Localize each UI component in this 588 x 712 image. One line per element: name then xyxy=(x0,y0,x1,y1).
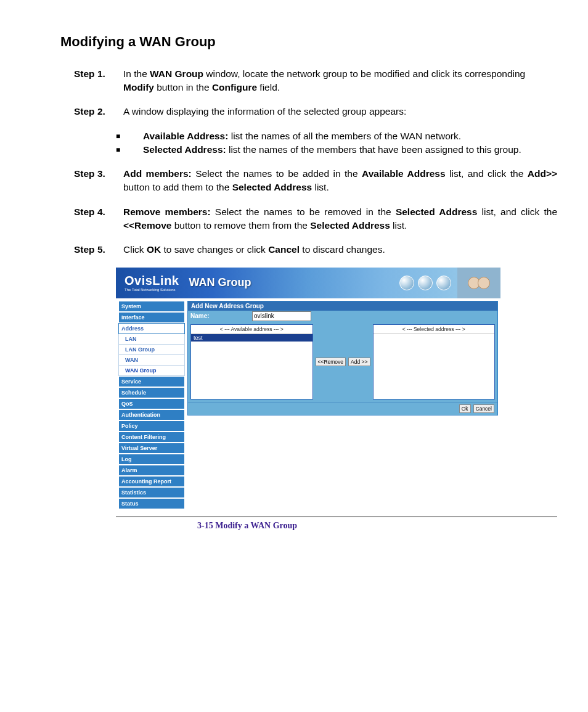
step-3: Step 3. Add members: Select the names to… xyxy=(74,167,557,194)
text-bold: Modify xyxy=(123,82,154,92)
globe-icon xyxy=(436,276,451,290)
add-button[interactable]: Add >> xyxy=(348,358,370,366)
bullet-1-text: Available Address: list the names of all… xyxy=(143,129,557,143)
page-title: Modifying a WAN Group xyxy=(60,34,557,50)
sidebar-item-interface[interactable]: Interface xyxy=(118,312,185,323)
step-1-label: Step 1. xyxy=(74,67,123,94)
text-bold: Add members: xyxy=(123,168,192,179)
step-5-body: Click OK to save changes or click Cancel… xyxy=(123,243,557,256)
app-window: OvisLink The Total Networking Solutions … xyxy=(116,268,500,512)
sidebar-sub-lan-group[interactable]: LAN Group xyxy=(118,345,185,355)
globe-icon xyxy=(399,276,414,290)
sidebar-item-address[interactable]: Address xyxy=(118,323,185,334)
sidebar-item-policy[interactable]: Policy xyxy=(118,420,185,432)
sidebar-item-log[interactable]: Log xyxy=(118,454,185,465)
text-bold: Add>> xyxy=(528,168,557,179)
step-2-label: Step 2. xyxy=(74,105,123,118)
brand-tagline: The Total Networking Solutions xyxy=(125,288,179,292)
text-bold: WAN Group xyxy=(150,68,203,79)
step-3-body: Add members: Select the names to be adde… xyxy=(123,167,557,194)
sidebar-item-statistics[interactable]: Statistics xyxy=(118,487,185,498)
remove-button[interactable]: <<Remove xyxy=(316,358,346,366)
square-bullet-icon: ■ xyxy=(116,129,143,143)
figure-rule xyxy=(116,517,557,517)
text: list the names of all the members of the… xyxy=(228,131,461,141)
banner-title: WAN Group xyxy=(189,276,251,289)
available-address-list[interactable]: < --- Available address --- > test xyxy=(190,324,313,399)
text-bold: Remove members: xyxy=(123,207,211,217)
text: Select the names to be added in the xyxy=(192,168,362,179)
name-row: Name: xyxy=(188,311,497,322)
text-bold: Selected Address xyxy=(310,220,390,231)
content-pane: Add New Address Group Name: < --- Availa… xyxy=(187,298,500,512)
text-bold: OK xyxy=(147,244,161,255)
sidebar-item-service[interactable]: Service xyxy=(118,376,185,387)
text: field. xyxy=(257,82,280,92)
brand-name: OvisLink xyxy=(125,274,179,288)
sidebar-item-accounting-report[interactable]: Accounting Report xyxy=(118,476,185,487)
selected-address-list[interactable]: < --- Selected address --- > xyxy=(373,324,496,399)
text-bold: <<Remove xyxy=(123,220,171,231)
sidebar-item-authentication[interactable]: Authentication xyxy=(118,409,185,420)
square-bullet-icon: ■ xyxy=(116,143,143,157)
text: Select the names to be removed in the xyxy=(211,207,396,217)
name-input[interactable] xyxy=(252,311,311,321)
step-4: Step 4. Remove members: Select the names… xyxy=(74,205,557,232)
available-list-header: < --- Available address --- > xyxy=(191,325,312,334)
dual-list: < --- Available address --- > test <<Rem… xyxy=(188,322,497,402)
person-icon xyxy=(478,277,490,289)
bullet-2: ■ Selected Address: list the names of th… xyxy=(116,143,557,157)
sidebar-item-system[interactable]: System xyxy=(118,301,185,312)
transfer-buttons: <<Remove Add >> xyxy=(316,358,370,366)
step-5: Step 5. Click OK to save changes or clic… xyxy=(74,243,557,256)
selected-list-header: < --- Selected address --- > xyxy=(374,325,495,334)
figure: OvisLink The Total Networking Solutions … xyxy=(116,268,557,531)
panel-footer: Ok Cancel xyxy=(188,402,497,415)
globe-icon xyxy=(418,276,433,290)
step-2: Step 2. A window displaying the informat… xyxy=(74,105,557,118)
text-bold: Selected Address xyxy=(232,182,312,192)
sidebar-item-content-filtering[interactable]: Content Filtering xyxy=(118,432,185,443)
figure-caption: 3-15 Modify a WAN Group xyxy=(197,521,557,531)
step-5-label: Step 5. xyxy=(74,243,123,256)
sidebar: System Interface Address LAN LAN Group W… xyxy=(116,298,187,512)
brand-logo: OvisLink The Total Networking Solutions xyxy=(116,274,179,292)
bullet-list: ■ Available Address: list the names of a… xyxy=(116,129,557,156)
sidebar-item-virtual-server[interactable]: Virtual Server xyxy=(118,443,185,454)
sidebar-item-schedule[interactable]: Schedule xyxy=(118,387,185,398)
text: list. xyxy=(390,220,407,231)
globe-icons xyxy=(399,276,457,290)
sidebar-item-status[interactable]: Status xyxy=(118,498,185,509)
text: list the names of the members that have … xyxy=(226,144,521,155)
text-bold: Cancel xyxy=(268,244,300,255)
app-banner: OvisLink The Total Networking Solutions … xyxy=(116,268,500,298)
text-bold: Available Address: xyxy=(143,131,228,141)
sidebar-item-qos[interactable]: QoS xyxy=(118,398,185,409)
text: Click xyxy=(123,244,147,255)
address-group-panel: Add New Address Group Name: < --- Availa… xyxy=(187,301,498,415)
step-1: Step 1. In the WAN Group window, locate … xyxy=(74,67,557,94)
sidebar-sub-lan[interactable]: LAN xyxy=(118,334,185,345)
step-3-label: Step 3. xyxy=(74,167,123,194)
bullet-1: ■ Available Address: list the names of a… xyxy=(116,129,557,143)
cancel-button[interactable]: Cancel xyxy=(473,404,494,413)
sidebar-sub-wan-group[interactable]: WAN Group xyxy=(118,366,185,376)
panel-header: Add New Address Group xyxy=(188,301,497,311)
text: button to add them to the xyxy=(123,182,232,192)
text: list, and click the xyxy=(477,207,557,217)
text: to save changes or click xyxy=(161,244,268,255)
name-label: Name: xyxy=(190,313,252,319)
step-2-body: A window displaying the information of t… xyxy=(123,105,557,118)
available-list-item[interactable]: test xyxy=(191,334,312,342)
text-bold: Configure xyxy=(212,82,257,92)
step-1-body: In the WAN Group window, locate the netw… xyxy=(123,67,557,94)
text: list, and click the xyxy=(446,168,528,179)
text: to discard changes. xyxy=(300,244,385,255)
sidebar-item-alarm[interactable]: Alarm xyxy=(118,465,185,476)
text-bold: Available Address xyxy=(362,168,445,179)
people-image xyxy=(457,268,500,298)
ok-button[interactable]: Ok xyxy=(459,404,471,413)
sidebar-sub-wan[interactable]: WAN xyxy=(118,355,185,366)
text: button in the xyxy=(154,82,212,92)
text-bold: Selected Address xyxy=(396,207,477,217)
